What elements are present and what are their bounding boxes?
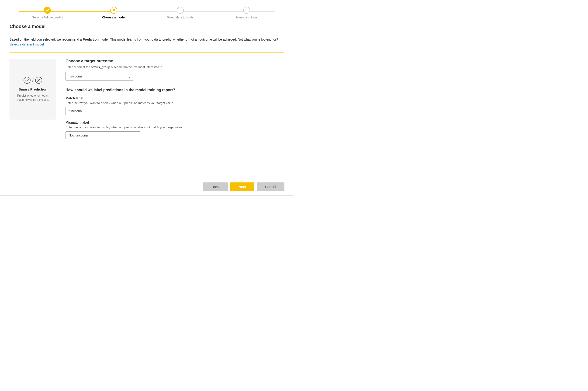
target-outcome-dropdown-wrapper: functional functional needs repair non f… (66, 72, 133, 81)
target-desc-1: Enter or select the (66, 65, 91, 69)
step-2-circle (110, 7, 117, 14)
step-4-circle (243, 7, 250, 14)
model-card-title: Binary Prediction (18, 87, 47, 91)
footer: Back Next Cancel (0, 178, 294, 195)
step-3-label: Select data to study (167, 16, 194, 19)
info-bold: Prediction (83, 38, 99, 41)
step-3-circle (177, 7, 184, 14)
mismatch-label-section: Mismatch label Enter the text you want t… (66, 121, 285, 139)
content-area: / Binary Prediction Predict whether or n… (9, 59, 285, 145)
labels-section-title: How should we label predictions in the m… (66, 88, 285, 92)
mismatch-label-title: Mismatch label (66, 121, 285, 124)
match-label-desc: Enter the text you want to display when … (66, 101, 285, 105)
model-card-desc: Predict whether or not an outcome will b… (14, 94, 51, 102)
back-button[interactable]: Back (203, 183, 227, 191)
match-label-input[interactable] (66, 107, 140, 115)
match-label-title: Match label (66, 96, 285, 100)
target-desc-bold: status_group (91, 65, 110, 69)
target-outcome-desc: Enter or select the status_group outcome… (66, 65, 285, 69)
target-outcome-title: Choose a target outcome (66, 59, 285, 63)
right-panel: Choose a target outcome Enter or select … (66, 59, 285, 145)
step-4: Name and train (213, 7, 280, 19)
mismatch-label-input[interactable] (66, 131, 140, 139)
stepper: Select a field to predict Choose a model… (0, 0, 294, 24)
gold-divider (9, 53, 285, 53)
mismatch-label-desc: Enter the text you want to display when … (66, 125, 285, 129)
next-button[interactable]: Next (230, 183, 255, 191)
page-title: Choose a model (9, 24, 285, 29)
step-1-label: Select a field to predict (32, 16, 63, 19)
select-different-model-link[interactable]: Select a different model (9, 42, 44, 46)
info-text-1: Based on the field you selected, we reco… (9, 38, 83, 41)
cancel-button[interactable]: Cancel (257, 183, 285, 191)
step-2-label: Choose a model (102, 16, 125, 19)
step-1-circle (44, 7, 51, 14)
stepper-steps: Select a field to predict Choose a model… (14, 7, 280, 19)
info-box: Based on the field you selected, we reco… (9, 34, 285, 49)
step-1: Select a field to predict (14, 7, 81, 19)
target-desc-2: outcome that you're most interested in. (110, 65, 163, 69)
model-card: / Binary Prediction Predict whether or n… (9, 59, 56, 119)
match-label-section: Match label Enter the text you want to d… (66, 96, 285, 115)
target-outcome-dropdown[interactable]: functional functional needs repair non f… (66, 72, 133, 81)
step-2: Choose a model (81, 7, 147, 19)
info-text-2: model. This model learns from your data … (99, 38, 278, 41)
step-4-label: Name and train (236, 16, 257, 19)
step-3: Select data to study (147, 7, 214, 19)
binary-prediction-icon: / (23, 77, 42, 84)
svg-point-0 (24, 77, 30, 84)
main-content: Choose a model Based on the field you se… (0, 24, 294, 150)
